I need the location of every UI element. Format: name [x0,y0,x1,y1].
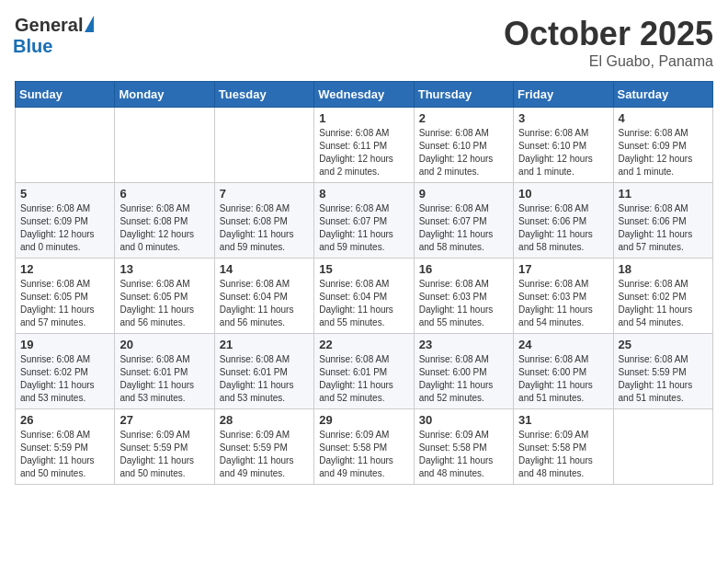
day-info: Sunrise: 6:08 AM Sunset: 6:08 PM Dayligh… [220,202,309,254]
calendar-cell: 23Sunrise: 6:08 AM Sunset: 6:00 PM Dayli… [414,334,513,409]
logo-arrow-icon [85,16,94,32]
calendar-cell: 10Sunrise: 6:08 AM Sunset: 6:06 PM Dayli… [514,183,613,259]
calendar-week-3: 12Sunrise: 6:08 AM Sunset: 6:05 PM Dayli… [16,259,713,334]
day-info: Sunrise: 6:08 AM Sunset: 6:01 PM Dayligh… [119,353,209,405]
day-number: 3 [518,111,608,125]
calendar-cell: 3Sunrise: 6:08 AM Sunset: 6:10 PM Daylig… [514,108,613,183]
calendar-week-5: 26Sunrise: 6:08 AM Sunset: 5:59 PM Dayli… [16,409,713,485]
calendar-cell: 27Sunrise: 6:09 AM Sunset: 5:59 PM Dayli… [115,409,214,485]
day-info: Sunrise: 6:08 AM Sunset: 6:08 PM Dayligh… [119,202,209,254]
day-info: Sunrise: 6:08 AM Sunset: 6:05 PM Dayligh… [119,278,209,329]
day-number: 4 [619,111,708,125]
day-info: Sunrise: 6:09 AM Sunset: 5:59 PM Dayligh… [119,429,209,480]
day-number: 10 [518,187,608,201]
calendar-cell: 20Sunrise: 6:08 AM Sunset: 6:01 PM Dayli… [115,334,214,409]
day-info: Sunrise: 6:08 AM Sunset: 6:09 PM Dayligh… [619,127,708,178]
day-number: 15 [319,262,408,276]
calendar-table: SundayMondayTuesdayWednesdayThursdayFrid… [15,81,713,485]
day-number: 7 [220,187,309,201]
day-number: 8 [319,187,408,201]
day-info: Sunrise: 6:08 AM Sunset: 6:10 PM Dayligh… [419,127,508,178]
calendar-cell: 2Sunrise: 6:08 AM Sunset: 6:10 PM Daylig… [414,108,513,183]
calendar-cell: 19Sunrise: 6:08 AM Sunset: 6:02 PM Dayli… [16,334,115,409]
day-info: Sunrise: 6:08 AM Sunset: 6:07 PM Dayligh… [319,202,408,254]
calendar-week-2: 5Sunrise: 6:08 AM Sunset: 6:09 PM Daylig… [16,183,713,259]
day-number: 6 [119,187,209,201]
calendar-cell: 15Sunrise: 6:08 AM Sunset: 6:04 PM Dayli… [314,259,414,334]
calendar-cell: 13Sunrise: 6:08 AM Sunset: 6:05 PM Dayli… [115,259,214,334]
calendar-cell: 16Sunrise: 6:08 AM Sunset: 6:03 PM Dayli… [414,259,513,334]
day-info: Sunrise: 6:08 AM Sunset: 6:02 PM Dayligh… [20,353,109,405]
page-header: General Blue October 2025 El Guabo, Pana… [15,15,713,70]
day-info: Sunrise: 6:09 AM Sunset: 5:59 PM Dayligh… [220,429,309,480]
calendar-cell [115,108,214,183]
day-number: 30 [419,413,508,427]
calendar-body: 1Sunrise: 6:08 AM Sunset: 6:11 PM Daylig… [16,108,713,485]
day-info: Sunrise: 6:08 AM Sunset: 6:01 PM Dayligh… [319,353,408,405]
weekday-header-row: SundayMondayTuesdayWednesdayThursdayFrid… [16,82,713,108]
day-number: 25 [619,338,708,351]
calendar-cell: 1Sunrise: 6:08 AM Sunset: 6:11 PM Daylig… [314,108,414,183]
day-info: Sunrise: 6:08 AM Sunset: 6:10 PM Dayligh… [518,127,608,178]
calendar-cell: 25Sunrise: 6:08 AM Sunset: 5:59 PM Dayli… [613,334,712,409]
location-title: El Guabo, Panama [504,53,713,70]
calendar-cell: 31Sunrise: 6:09 AM Sunset: 5:58 PM Dayli… [514,409,613,485]
logo: General Blue [15,15,94,57]
day-number: 26 [20,413,109,427]
weekday-thursday: Thursday [414,82,513,108]
day-number: 28 [220,413,309,427]
calendar-cell: 28Sunrise: 6:09 AM Sunset: 5:59 PM Dayli… [214,409,313,485]
calendar-cell [16,108,115,183]
month-title: October 2025 [504,15,713,53]
day-info: Sunrise: 6:09 AM Sunset: 5:58 PM Dayligh… [419,429,508,480]
day-number: 11 [619,187,708,201]
calendar-cell [214,108,313,183]
day-info: Sunrise: 6:08 AM Sunset: 6:03 PM Dayligh… [518,278,608,329]
calendar-cell: 11Sunrise: 6:08 AM Sunset: 6:06 PM Dayli… [613,183,712,259]
day-info: Sunrise: 6:08 AM Sunset: 5:59 PM Dayligh… [20,429,109,480]
calendar-week-4: 19Sunrise: 6:08 AM Sunset: 6:02 PM Dayli… [16,334,713,409]
calendar-cell: 9Sunrise: 6:08 AM Sunset: 6:07 PM Daylig… [414,183,513,259]
calendar-cell: 7Sunrise: 6:08 AM Sunset: 6:08 PM Daylig… [214,183,313,259]
day-info: Sunrise: 6:08 AM Sunset: 6:02 PM Dayligh… [619,278,708,329]
calendar-cell: 5Sunrise: 6:08 AM Sunset: 6:09 PM Daylig… [16,183,115,259]
calendar-cell: 8Sunrise: 6:08 AM Sunset: 6:07 PM Daylig… [314,183,414,259]
calendar-cell: 6Sunrise: 6:08 AM Sunset: 6:08 PM Daylig… [115,183,214,259]
calendar-cell: 30Sunrise: 6:09 AM Sunset: 5:58 PM Dayli… [414,409,513,485]
day-number: 9 [419,187,508,201]
calendar-cell [613,409,712,485]
weekday-monday: Monday [115,82,214,108]
day-info: Sunrise: 6:08 AM Sunset: 6:07 PM Dayligh… [419,202,508,254]
day-number: 12 [20,262,109,276]
day-number: 22 [319,338,408,351]
title-block: October 2025 El Guabo, Panama [504,15,713,70]
calendar-cell: 29Sunrise: 6:09 AM Sunset: 5:58 PM Dayli… [314,409,414,485]
day-number: 20 [119,338,209,351]
calendar-cell: 22Sunrise: 6:08 AM Sunset: 6:01 PM Dayli… [314,334,414,409]
calendar-cell: 18Sunrise: 6:08 AM Sunset: 6:02 PM Dayli… [613,259,712,334]
day-info: Sunrise: 6:08 AM Sunset: 6:00 PM Dayligh… [419,353,508,405]
weekday-wednesday: Wednesday [314,82,414,108]
day-number: 19 [20,338,109,351]
day-number: 13 [119,262,209,276]
day-info: Sunrise: 6:08 AM Sunset: 6:01 PM Dayligh… [220,353,309,405]
calendar-cell: 14Sunrise: 6:08 AM Sunset: 6:04 PM Dayli… [214,259,313,334]
day-number: 23 [419,338,508,351]
day-number: 21 [220,338,309,351]
weekday-tuesday: Tuesday [214,82,313,108]
calendar-cell: 17Sunrise: 6:08 AM Sunset: 6:03 PM Dayli… [514,259,613,334]
day-info: Sunrise: 6:08 AM Sunset: 6:00 PM Dayligh… [518,353,608,405]
calendar-week-1: 1Sunrise: 6:08 AM Sunset: 6:11 PM Daylig… [16,108,713,183]
day-number: 5 [20,187,109,201]
day-info: Sunrise: 6:09 AM Sunset: 5:58 PM Dayligh… [518,429,608,480]
weekday-sunday: Sunday [16,82,115,108]
calendar-cell: 24Sunrise: 6:08 AM Sunset: 6:00 PM Dayli… [514,334,613,409]
day-number: 14 [220,262,309,276]
weekday-saturday: Saturday [613,82,712,108]
logo-blue-text: Blue [13,36,52,57]
day-info: Sunrise: 6:08 AM Sunset: 6:06 PM Dayligh… [518,202,608,254]
day-number: 17 [518,262,608,276]
logo-general-text: General [15,15,83,36]
day-number: 27 [119,413,209,427]
day-info: Sunrise: 6:09 AM Sunset: 5:58 PM Dayligh… [319,429,408,480]
